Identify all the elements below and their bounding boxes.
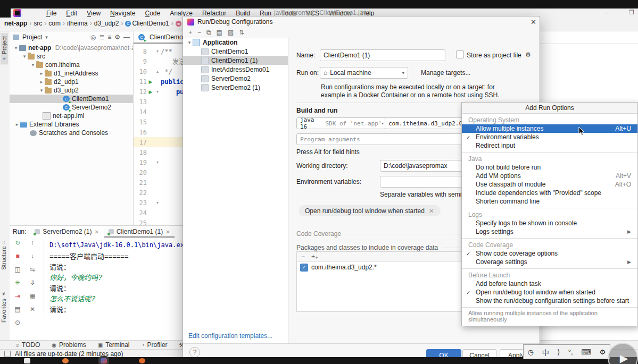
folder-group-icon[interactable]: ▨ — [228, 29, 234, 36]
chevron-down-icon[interactable]: ▾ — [38, 88, 45, 93]
run-option-tag[interactable]: Open run/debug tool window when started✕ — [299, 205, 441, 216]
breadcrumb-item-ClientDemo1[interactable]: CClientDemo1 — [125, 20, 169, 27]
chevron-right-icon[interactable]: ▸ — [14, 122, 20, 127]
package-checkbox[interactable]: ✓ — [300, 264, 308, 272]
menu-item[interactable]: Shorten command line — [462, 197, 637, 206]
layout-icon[interactable]: ▤ — [13, 305, 22, 314]
fold-icon[interactable]: ▾ — [154, 200, 161, 205]
menu-item[interactable]: Coverage settings▶ — [462, 258, 637, 266]
menu-item[interactable]: Include dependencies with "Provided" sco… — [462, 189, 637, 197]
name-input[interactable]: ClientDemo1 (1) — [320, 49, 445, 61]
menubar-item-code[interactable]: Code — [140, 9, 165, 18]
taskbar-app-icon-active[interactable] — [101, 358, 107, 363]
run-tab-clientdemo1[interactable]: ClientDemo1 (1)✕ — [104, 226, 175, 238]
hide-panel-icon[interactable]: — — [123, 33, 130, 41]
menu-item[interactable]: Show the run/debug configuration setting… — [462, 297, 637, 305]
menu-item[interactable]: Specify logs to be shown in console — [462, 219, 637, 227]
project-tree-item[interactable]: ▾src — [10, 52, 133, 61]
config-tree-item[interactable]: InetAddressDemo01 — [183, 65, 288, 74]
help-button[interactable]: ? — [189, 347, 200, 358]
run-line-icon[interactable]: ▶ — [147, 89, 154, 95]
chevron-right-icon[interactable]: ▸ — [38, 79, 45, 84]
tool-window-button-problems[interactable]: ◉Problems — [52, 341, 86, 349]
taskbar-app-icon[interactable] — [139, 358, 145, 363]
minimize-button[interactable]: – — [602, 9, 610, 16]
taskbar-app-icon[interactable] — [62, 358, 69, 363]
add-config-icon[interactable]: + — [188, 29, 192, 36]
menubar-item-edit[interactable]: Edit — [61, 9, 82, 18]
ime-settings-icon[interactable]: ⚙ — [600, 348, 606, 356]
remove-config-icon[interactable]: − — [197, 29, 201, 36]
ime-keyboard-icon[interactable]: ⌨ — [581, 348, 591, 356]
settings-gear-icon[interactable]: ⚙ — [525, 51, 531, 58]
tool-window-button-structure[interactable]: Structure∷ — [1, 241, 7, 270]
menu-item[interactable]: ✓Show code coverage options — [462, 249, 637, 258]
project-tree-item[interactable]: ▸External Libraries — [10, 120, 133, 129]
menu-item[interactable]: Use classpath of moduleAlt+O — [462, 180, 637, 189]
menubar-item-navigate[interactable]: Navigate — [105, 9, 140, 18]
breadcrumb-item-d3_udp2[interactable]: d3_udp2 — [94, 20, 119, 27]
expand-all-icon[interactable]: ≣ — [99, 33, 104, 41]
project-tree-item[interactable]: Scratches and Consoles — [10, 129, 133, 137]
chevron-right-icon[interactable]: ▸ — [38, 71, 45, 76]
menu-item[interactable]: Add before launch task — [462, 280, 637, 288]
up-stack-icon[interactable]: ↑ — [28, 239, 37, 247]
tool-window-button-todo[interactable]: ≡TODO — [16, 341, 40, 349]
menu-item[interactable]: ✓Environment variables — [462, 133, 637, 141]
run-tab-serverdemo2[interactable]: ServerDemo2 (1)✕ — [30, 226, 103, 238]
print-icon[interactable]: ▦ — [28, 292, 37, 300]
thread-dump-icon[interactable]: ◫ — [13, 265, 22, 274]
sort-configs-icon[interactable]: ⇅ — [239, 29, 244, 36]
rerun-icon[interactable]: ↻ — [13, 239, 22, 247]
breadcrumb-item-net-app[interactable]: net-app — [4, 20, 27, 27]
pin-icon[interactable]: ⊙ — [13, 318, 22, 327]
project-tree-item[interactable]: ▸d2_udp1 — [10, 78, 133, 86]
menu-item[interactable]: Add VM optionsAlt+V — [462, 172, 637, 180]
breadcrumb-item-itheima[interactable]: itheima — [67, 20, 88, 27]
stop-icon[interactable]: ■ — [13, 252, 22, 260]
close-icon[interactable]: ✕ — [531, 18, 536, 26]
scroll-to-end-icon[interactable]: ⇓ — [28, 278, 37, 287]
project-tree-item[interactable]: ▾d3_udp2 — [10, 86, 133, 95]
save-config-icon[interactable]: ▤ — [217, 29, 222, 36]
settings-gear-icon[interactable]: ⚙ — [114, 33, 120, 41]
add-package-icon[interactable]: +₊ — [311, 253, 318, 260]
chevron-down-icon[interactable]: ▾ — [21, 54, 28, 59]
chevron-down-icon[interactable]: ▾ — [45, 35, 48, 40]
menu-item[interactable]: Allow multiple instancesAlt+U — [462, 124, 637, 133]
tool-window-button-profiler[interactable]: ◔Profiler — [142, 341, 168, 349]
project-tree-item[interactable]: CServerDemo2 — [10, 103, 133, 112]
config-tree-root[interactable]: ▾Application — [183, 38, 288, 47]
config-tree-item[interactable]: ClientDemo1 — [183, 47, 288, 56]
close-icon[interactable]: ✕ — [429, 207, 434, 215]
menu-item[interactable]: Logs settings▶ — [462, 227, 637, 236]
fold-icon[interactable]: ▴ — [154, 69, 161, 74]
chevron-down-icon[interactable]: ▾ — [30, 62, 36, 67]
ime-halfmoon-icon[interactable]: ⟩ — [557, 348, 560, 356]
ime-clock-icon[interactable]: ◷ — [528, 348, 534, 356]
chevron-down-icon[interactable]: ▾ — [13, 45, 19, 50]
menubar-item-file[interactable]: File — [42, 9, 61, 18]
breadcrumb-item-com[interactable]: com — [48, 20, 61, 27]
close-icon[interactable]: ✕ — [165, 229, 170, 235]
locate-file-icon[interactable]: ◎ — [90, 33, 96, 41]
manage-targets-link[interactable]: Manage targets... — [421, 69, 470, 77]
clear-console-icon[interactable]: ✕ — [28, 305, 37, 314]
project-tree-item[interactable]: net-app.iml — [10, 112, 133, 120]
project-tree-item[interactable]: ▸d1_inetAddress — [10, 69, 133, 78]
fold-icon[interactable]: ▾ — [154, 160, 161, 165]
store-project-file-checkbox[interactable] — [456, 50, 464, 58]
remove-package-icon[interactable]: − — [301, 253, 305, 260]
ime-mode-indicator[interactable]: 中 — [542, 347, 549, 357]
collapse-all-icon[interactable]: ≡ — [107, 33, 111, 41]
menu-item[interactable]: Do not build before run — [462, 163, 637, 172]
chevron-down-icon[interactable]: ▾ — [186, 40, 193, 45]
copy-config-icon[interactable]: ⧉ — [206, 29, 211, 36]
edit-templates-link[interactable]: Edit configuration templates... — [188, 332, 272, 340]
breadcrumb-item-src[interactable]: src — [34, 20, 42, 27]
soft-wrap-icon[interactable]: ⇋ — [28, 265, 37, 274]
run-line-icon[interactable]: ▶ — [147, 79, 154, 84]
maximize-button[interactable]: ❐ — [628, 9, 635, 16]
run-on-select[interactable]: ⌂ Local machine ▾ — [320, 67, 408, 79]
windows-start-icon[interactable] — [24, 358, 30, 363]
